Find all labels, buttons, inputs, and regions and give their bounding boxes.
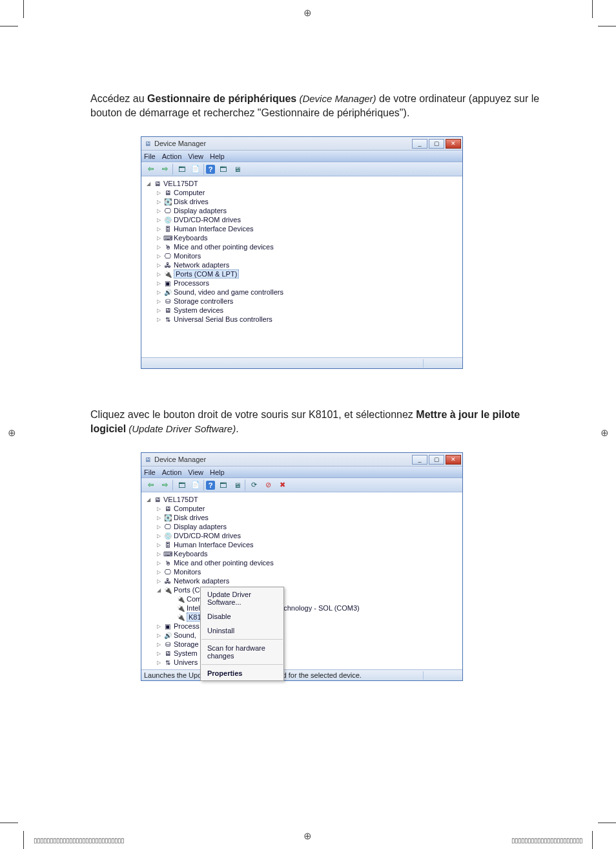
tree-item-processors[interactable]: Process (174, 622, 200, 630)
ctx-disable[interactable]: Disable (201, 609, 283, 624)
toolbar-icon[interactable]: 🗔 (175, 479, 188, 491)
tree-item-hid[interactable]: Human Interface Devices (174, 541, 254, 549)
tree-item-monitors[interactable]: Monitors (174, 252, 201, 260)
uninstall-icon[interactable]: ✖ (276, 479, 289, 491)
expand-icon[interactable]: ▷ (156, 262, 161, 268)
tree-item-system[interactable]: System (174, 649, 198, 657)
expand-icon[interactable]: ▷ (156, 208, 161, 214)
collapse-icon[interactable]: ◢ (145, 497, 151, 503)
menu-action[interactable]: Action (162, 152, 182, 160)
close-button[interactable]: ✕ (446, 139, 461, 149)
tree-item-display[interactable]: Display adapters (174, 523, 227, 530)
tree-item-mice[interactable]: Mice and other pointing devices (174, 559, 274, 567)
tree-item-sound[interactable]: Sound, video and game controllers (174, 288, 283, 296)
expand-icon[interactable]: ▷ (156, 551, 161, 557)
expand-icon[interactable]: ▷ (156, 624, 161, 629)
expand-icon[interactable]: ▷ (156, 506, 161, 512)
help-icon[interactable]: ? (206, 165, 215, 174)
expand-icon[interactable]: ▷ (156, 253, 161, 259)
back-button[interactable]: ⇦ (144, 479, 157, 491)
scan-hardware-icon[interactable]: 🖥 (231, 479, 243, 491)
tree-item-system[interactable]: System devices (174, 306, 223, 314)
ctx-properties[interactable]: Properties (201, 666, 283, 680)
tree-item-monitors[interactable]: Monitors (174, 568, 201, 576)
tree-root[interactable]: VEL175DT (163, 180, 198, 187)
ctx-uninstall[interactable]: Uninstall (201, 624, 283, 638)
expand-icon[interactable]: ▷ (156, 515, 161, 521)
expand-icon[interactable]: ▷ (156, 299, 161, 304)
expand-icon[interactable]: ▷ (156, 642, 161, 647)
maximize-button[interactable]: ▢ (429, 455, 444, 465)
tree-item-keyboards[interactable]: Keyboards (174, 550, 208, 558)
disable-icon[interactable]: ⊘ (262, 479, 274, 491)
minimize-button[interactable]: _ (412, 139, 427, 149)
forward-button[interactable]: ⇨ (158, 163, 171, 175)
forward-button[interactable]: ⇨ (158, 479, 171, 491)
update-driver-icon[interactable]: ⟳ (247, 479, 260, 491)
maximize-button[interactable]: ▢ (429, 139, 444, 149)
expand-icon[interactable]: ▷ (156, 542, 161, 548)
back-button[interactable]: ⇦ (144, 163, 157, 175)
tree-item-network[interactable]: Network adapters (174, 261, 229, 269)
menu-file[interactable]: File (144, 468, 156, 476)
expand-icon[interactable]: ▷ (156, 660, 161, 666)
tree-item-usb[interactable]: Universal Serial Bus controllers (174, 315, 272, 323)
toolbar-icon[interactable]: 🗔 (216, 479, 229, 491)
menu-help[interactable]: Help (210, 152, 225, 160)
menu-help[interactable]: Help (210, 468, 225, 476)
tree-item-sound[interactable]: Sound, (174, 631, 196, 639)
tree-item-keyboards[interactable]: Keyboards (174, 234, 208, 242)
expand-icon[interactable]: ▷ (156, 289, 161, 295)
tree-item-display[interactable]: Display adapters (174, 207, 227, 215)
menu-file[interactable]: File (144, 152, 156, 160)
tree-item-usb[interactable]: Univers (174, 658, 198, 666)
close-button[interactable]: ✕ (446, 455, 461, 465)
expand-icon[interactable]: ▷ (156, 308, 161, 313)
tree-item-mice[interactable]: Mice and other pointing devices (174, 243, 274, 251)
scan-hardware-icon[interactable]: 🖥 (231, 163, 243, 175)
tree-item-disk[interactable]: Disk drives (174, 514, 209, 521)
toolbar-icon[interactable]: 🗔 (216, 163, 229, 175)
minimize-button[interactable]: _ (412, 455, 427, 465)
expand-icon[interactable]: ▷ (156, 633, 161, 638)
tree-item-computer[interactable]: Computer (174, 505, 205, 512)
toolbar-icon[interactable]: 🗔 (175, 163, 188, 175)
tree-item-ports[interactable]: Ports (COM & LPT) (174, 269, 239, 278)
tree-root[interactable]: VEL175DT (163, 496, 198, 503)
expand-icon[interactable]: ▷ (156, 244, 161, 250)
menu-action[interactable]: Action (162, 468, 182, 476)
menu-view[interactable]: View (188, 152, 203, 160)
help-icon[interactable]: ? (206, 481, 215, 490)
menu-view[interactable]: View (188, 468, 203, 476)
device-tree[interactable]: ◢🖥VEL175DT ▷🖥Computer ▷💽Disk drives ▷🖵Di… (141, 492, 462, 669)
expand-icon[interactable]: ▷ (156, 533, 161, 539)
collapse-icon[interactable]: ◢ (156, 587, 161, 593)
tree-item-disk[interactable]: Disk drives (174, 198, 209, 205)
expand-icon[interactable]: ▷ (156, 524, 161, 530)
tree-item-dvd[interactable]: DVD/CD-ROM drives (174, 216, 241, 224)
expand-icon[interactable]: ▷ (156, 280, 161, 286)
expand-icon[interactable]: ▷ (156, 271, 161, 277)
toolbar-icon[interactable]: 📄 (189, 163, 202, 175)
ctx-update-driver[interactable]: Update Driver Software... (201, 587, 283, 609)
tree-item-computer[interactable]: Computer (174, 189, 205, 196)
expand-icon[interactable]: ▷ (156, 235, 161, 241)
expand-icon[interactable]: ▷ (156, 199, 161, 205)
expand-icon[interactable]: ▷ (156, 217, 161, 223)
tree-item-storage[interactable]: Storage (174, 640, 199, 648)
tree-item-storage[interactable]: Storage controllers (174, 297, 233, 305)
expand-icon[interactable]: ▷ (156, 578, 161, 584)
collapse-icon[interactable]: ◢ (145, 181, 151, 187)
ctx-scan[interactable]: Scan for hardware changes (201, 641, 283, 663)
tree-item-dvd[interactable]: DVD/CD-ROM drives (174, 532, 241, 540)
expand-icon[interactable]: ▷ (156, 569, 161, 575)
expand-icon[interactable]: ▷ (156, 190, 161, 196)
tree-item-processors[interactable]: Processors (174, 279, 209, 287)
expand-icon[interactable]: ▷ (156, 226, 161, 232)
tree-item-network[interactable]: Network adapters (174, 577, 229, 585)
device-tree[interactable]: ◢ 🖥 VEL175DT ▷🖥Computer ▷💽Disk drives ▷🖵… (141, 176, 462, 357)
expand-icon[interactable]: ▷ (156, 317, 161, 322)
expand-icon[interactable]: ▷ (156, 560, 161, 566)
tree-item-hid[interactable]: Human Interface Devices (174, 225, 254, 233)
expand-icon[interactable]: ▷ (156, 651, 161, 656)
